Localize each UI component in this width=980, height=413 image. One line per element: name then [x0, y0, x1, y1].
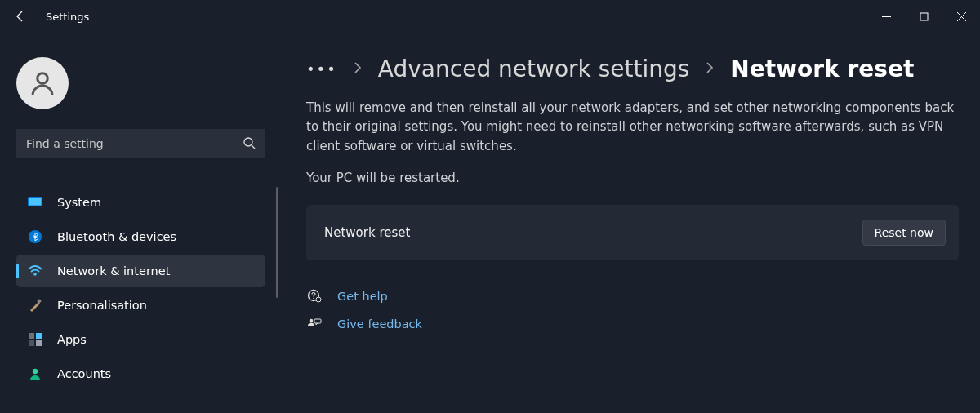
sidebar-item-accounts[interactable]: Accounts [16, 357, 265, 390]
restart-note: Your PC will be restarted. [306, 171, 959, 185]
sidebar-item-apps[interactable]: Apps [16, 323, 265, 356]
sidebar-item-label: Bluetooth & devices [57, 230, 176, 243]
avatar[interactable] [16, 57, 69, 109]
breadcrumb-parent[interactable]: Advanced network settings [378, 56, 689, 82]
svg-rect-8 [29, 198, 42, 206]
paintbrush-icon [28, 298, 42, 313]
sidebar-item-label: System [57, 196, 101, 209]
svg-rect-14 [29, 340, 34, 346]
person-icon [28, 366, 42, 381]
give-feedback-link[interactable]: Give feedback [337, 318, 422, 331]
network-reset-card: Network reset Reset now [306, 205, 959, 260]
svg-rect-12 [29, 333, 34, 339]
sidebar-item-label: Personalisation [57, 299, 147, 312]
svg-point-5 [244, 138, 252, 146]
sidebar-item-network[interactable]: Network & internet [16, 255, 265, 287]
maximize-button[interactable] [905, 0, 942, 33]
sidebar-item-system[interactable]: System [16, 186, 265, 219]
sidebar-item-label: Accounts [57, 367, 111, 380]
svg-rect-13 [36, 333, 42, 339]
svg-point-10 [33, 273, 37, 276]
wifi-icon [28, 264, 42, 278]
sidebar-item-personalisation[interactable]: Personalisation [16, 289, 265, 322]
svg-line-6 [252, 145, 255, 149]
svg-point-20 [310, 318, 314, 322]
svg-rect-11 [37, 299, 42, 304]
svg-point-16 [33, 369, 38, 374]
chevron-right-icon [354, 61, 362, 77]
sidebar-item-label: Network & internet [57, 264, 170, 278]
search-input[interactable] [16, 129, 265, 158]
reset-now-button[interactable]: Reset now [862, 220, 946, 246]
titlebar: Settings [0, 0, 980, 33]
breadcrumb: ••• Advanced network settings Network re… [306, 56, 959, 82]
bluetooth-icon [28, 229, 42, 244]
svg-rect-21 [314, 319, 321, 323]
minimize-button[interactable] [867, 0, 905, 33]
svg-point-19 [316, 297, 321, 302]
svg-rect-1 [920, 13, 928, 20]
app-title: Settings [46, 11, 89, 23]
get-help-link[interactable]: Get help [337, 290, 388, 303]
apps-icon [28, 332, 42, 347]
card-label: Network reset [319, 225, 410, 240]
scrollbar-track[interactable] [276, 187, 278, 298]
back-button[interactable] [0, 0, 41, 33]
svg-point-18 [313, 298, 314, 299]
help-icon [306, 288, 323, 304]
close-button[interactable] [942, 0, 980, 33]
svg-point-4 [38, 73, 48, 84]
page-title: Network reset [730, 56, 914, 82]
breadcrumb-more-icon[interactable]: ••• [306, 60, 337, 78]
search-icon [243, 136, 256, 153]
page-description: This will remove and then reinstall all … [306, 99, 959, 156]
monitor-icon [28, 195, 42, 210]
feedback-icon [306, 316, 323, 332]
chevron-right-icon [706, 61, 714, 77]
sidebar-item-bluetooth[interactable]: Bluetooth & devices [16, 220, 265, 253]
svg-rect-15 [36, 340, 42, 346]
sidebar-item-label: Apps [57, 333, 87, 346]
